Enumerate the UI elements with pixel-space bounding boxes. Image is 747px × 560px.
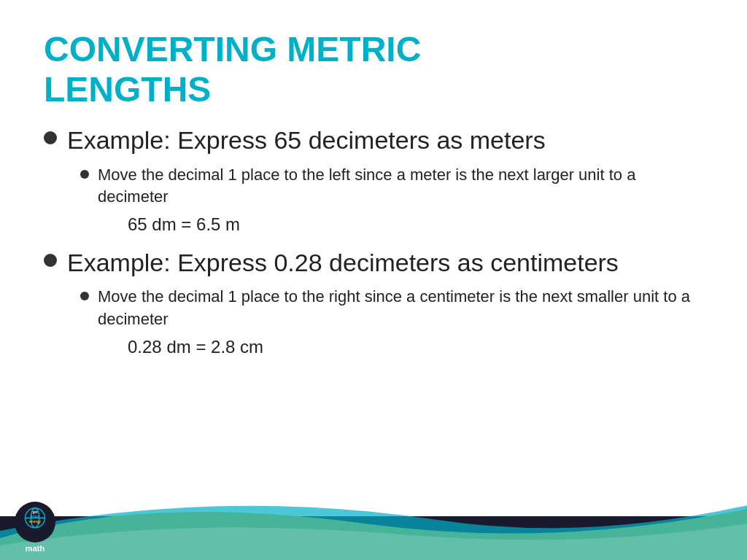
bottom-decoration [0,472,747,560]
example1-label: Example: Express 65 decimeters as meters [67,124,546,156]
logo-text: math [26,544,44,553]
example1-bullet: Example: Express 65 decimeters as meters [44,124,703,156]
example1-sub-text: Move the decimal 1 place to the left sin… [98,164,703,209]
bullet-dot-1 [44,131,57,144]
slide-title: CONVERTING METRIC LENGTHS [44,29,703,109]
slide-content: CONVERTING METRIC LENGTHS Example: Expre… [0,0,747,472]
example2-bullet: Example: Express 0.28 decimeters as cent… [44,246,703,279]
example2-sub-bullet: Move the decimal 1 place to the right si… [80,286,703,331]
bullet-dot-1-sub [80,170,89,179]
svg-text:energy: energy [29,520,41,524]
bullet-dot-2-sub [80,292,89,300]
example1-equation: 65 dm = 6.5 m [128,214,703,235]
example1-sub-bullet: Move the decimal 1 place to the left sin… [80,164,703,209]
bullet-dot-2 [44,254,57,267]
logo-area: get into energy math [15,502,55,553]
example2-sub-text: Move the decimal 1 place to the right si… [98,286,703,331]
example2-equation: 0.28 dm = 2.8 cm [128,337,703,357]
example2-label: Example: Express 0.28 decimeters as cent… [67,246,619,279]
svg-text:into: into [31,514,39,518]
logo-circle: get into energy [15,502,55,542]
